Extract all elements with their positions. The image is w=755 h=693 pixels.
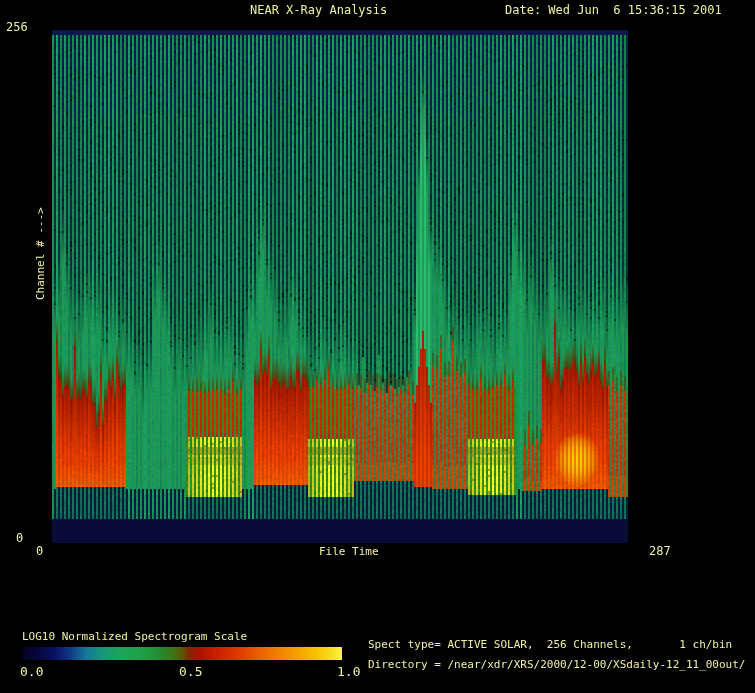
datetime-label: Date: Wed Jun 6 15:36:15 2001 — [505, 4, 722, 16]
y-axis-max-label: 256 — [6, 21, 28, 33]
spectrogram-canvas — [0, 0, 755, 693]
spect-type-line: Spect type= ACTIVE SOLAR, 256 Channels, … — [368, 639, 732, 651]
x-axis-min-label: 0 — [36, 545, 43, 557]
colorbar-tick-min: 0.0 — [20, 666, 43, 678]
colorbar-gradient — [22, 647, 342, 660]
colorbar-tick-max: 1.0 — [337, 666, 360, 678]
colorbar-tick-mid: 0.5 — [179, 666, 202, 678]
y-axis-min-label: 0 — [16, 532, 23, 544]
directory-line: Directory = /near/xdr/XRS/2000/12-00/XSd… — [368, 659, 746, 671]
x-axis-max-label: 287 — [649, 545, 671, 557]
y-axis-title: Channel # ---> — [35, 207, 47, 300]
colorbar-title: LOG10 Normalized Spectrogram Scale — [22, 631, 247, 643]
near-xray-analysis-window: NEAR X-Ray Analysis Date: Wed Jun 6 15:3… — [0, 0, 755, 693]
page-title: NEAR X-Ray Analysis — [250, 4, 387, 16]
x-axis-title: File Time — [319, 546, 379, 558]
